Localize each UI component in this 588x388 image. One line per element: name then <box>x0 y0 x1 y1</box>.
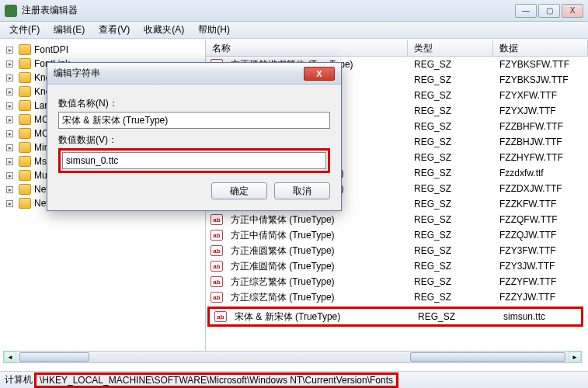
app-icon <box>5 5 17 17</box>
cell-type: REG_SZ <box>408 90 493 101</box>
cell-data: FZZYJW.TTF <box>493 292 588 303</box>
list-header: 名称 类型 数据 <box>206 40 588 57</box>
cell-type: REG_SZ <box>408 261 493 272</box>
folder-icon <box>19 156 31 167</box>
cell-name: 方正准圆繁体 (TrueType) <box>224 244 408 258</box>
status-path: \HKEY_LOCAL_MACHINE\SOFTWARE\Microsoft\W… <box>34 372 398 388</box>
table-row[interactable]: ab方正准圆繁体 (TrueType)REG_SZFZY3FW.TTF <box>206 243 588 258</box>
header-name[interactable]: 名称 <box>206 40 408 56</box>
menu-file[interactable]: 文件(F) <box>3 22 46 38</box>
table-row[interactable]: ab方正准圆简体 (TrueType)REG_SZFZY3JW.TTF <box>206 258 588 274</box>
folder-icon <box>19 114 31 125</box>
menu-favorites[interactable]: 收藏夹(A) <box>137 22 190 38</box>
cell-type: REG_SZ <box>408 245 493 256</box>
value-name-input[interactable] <box>58 112 330 129</box>
cell-name: 方正中倩简体 (TrueType) <box>224 229 408 242</box>
cell-type: REG_SZ <box>408 121 493 132</box>
string-value-icon: ab <box>210 276 223 287</box>
cell-data: FZZBHFW.TTF <box>493 121 588 132</box>
cell-data: Fzzdxfw.ttf <box>493 168 588 178</box>
close-button[interactable]: X <box>562 4 583 18</box>
value-data-highlight <box>58 148 330 173</box>
tree-item[interactable]: FontDPI <box>0 43 205 57</box>
cell-type: REG_SZ <box>408 137 493 147</box>
table-row[interactable]: ab方正中倩繁体 (TrueType)REG_SZFZZQFW.TTF <box>206 212 588 227</box>
cell-data: FZZQJW.TTF <box>493 230 588 241</box>
expand-icon[interactable] <box>6 88 13 95</box>
cell-data: FZZBHJW.TTF <box>493 137 588 147</box>
expand-icon[interactable] <box>6 200 13 207</box>
string-value-icon: ab <box>210 230 223 241</box>
expand-icon[interactable] <box>6 130 13 137</box>
maximize-button[interactable]: ▢ <box>538 4 560 18</box>
expand-icon[interactable] <box>6 172 13 179</box>
string-value-icon: ab <box>210 245 223 256</box>
table-row[interactable]: ab方正综艺简体 (TrueType)REG_SZFZZYJW.TTF <box>206 289 588 305</box>
expand-icon[interactable] <box>6 158 13 165</box>
dialog-titlebar[interactable]: 编辑字符串 X <box>47 63 341 85</box>
cell-type: REG_SZ <box>408 74 493 85</box>
cell-data: FZYBKSFW.TTF <box>493 59 588 70</box>
cell-type: REG_SZ <box>412 311 497 322</box>
cell-type: REG_SZ <box>408 168 493 178</box>
minimize-button[interactable]: — <box>515 4 537 18</box>
cell-type: REG_SZ <box>408 292 493 303</box>
expand-icon[interactable] <box>6 186 13 193</box>
cancel-button[interactable]: 取消 <box>274 182 330 199</box>
cell-type: REG_SZ <box>408 106 493 116</box>
folder-icon <box>19 142 31 153</box>
table-row[interactable]: ab方正中倩简体 (TrueType)REG_SZFZZQJW.TTF <box>206 227 588 243</box>
cell-name: 方正准圆简体 (TrueType) <box>224 260 408 273</box>
value-data-label: 数值数据(V)： <box>58 133 330 147</box>
cell-name: 方正综艺繁体 (TrueType) <box>224 275 408 289</box>
menu-edit[interactable]: 编辑(E) <box>47 22 91 38</box>
window-titlebar: 注册表编辑器 — ▢ X <box>0 0 588 22</box>
dialog-close-button[interactable]: X <box>304 67 335 81</box>
status-prefix: 计算机 <box>5 373 33 386</box>
highlighted-row: ab宋体 & 新宋体 (TrueType)REG_SZsimsun.ttc <box>207 307 583 327</box>
folder-icon <box>19 44 31 55</box>
cell-data: FZY3FW.TTF <box>493 245 588 256</box>
scroll-left-icon[interactable]: ◄ <box>4 352 16 362</box>
horizontal-scrollbar[interactable]: ◄ ► <box>3 351 582 363</box>
cell-data: FZY3JW.TTF <box>493 261 588 272</box>
folder-icon <box>19 170 31 181</box>
expand-icon[interactable] <box>6 102 13 109</box>
folder-icon <box>19 198 31 209</box>
expand-icon[interactable] <box>6 47 13 54</box>
cell-data: FZZQFW.TTF <box>493 214 588 225</box>
window-title: 注册表编辑器 <box>22 4 515 17</box>
cell-type: REG_SZ <box>408 183 493 194</box>
cell-name: 方正中倩繁体 (TrueType) <box>224 213 408 227</box>
cell-type: REG_SZ <box>408 199 493 210</box>
cell-type: REG_SZ <box>408 59 493 70</box>
expand-icon[interactable] <box>6 74 13 81</box>
menu-help[interactable]: 帮助(H) <box>192 22 236 38</box>
cell-type: REG_SZ <box>408 276 493 287</box>
table-row[interactable]: ab方正综艺繁体 (TrueType)REG_SZFZZYFW.TTF <box>206 274 588 289</box>
header-type[interactable]: 类型 <box>408 40 493 56</box>
value-name-label: 数值名称(N)： <box>58 97 330 110</box>
string-value-icon: ab <box>210 292 223 303</box>
scroll-thumb-left[interactable] <box>19 352 89 362</box>
string-value-icon: ab <box>214 311 227 322</box>
folder-icon <box>19 100 31 111</box>
folder-icon <box>19 58 31 69</box>
scroll-right-icon[interactable]: ► <box>569 352 581 362</box>
scroll-thumb-right[interactable] <box>410 352 565 362</box>
expand-icon[interactable] <box>6 116 13 123</box>
table-row[interactable]: ab宋体 & 新宋体 (TrueType)REG_SZsimsun.ttc <box>210 309 581 324</box>
menu-view[interactable]: 查看(V) <box>92 22 136 38</box>
cell-data: simsun.ttc <box>497 311 581 322</box>
cell-data: FZZDXJW.TTF <box>493 183 588 194</box>
edit-string-dialog: 编辑字符串 X 数值名称(N)： 数值数据(V)： 确定 取消 <box>47 62 342 211</box>
value-data-input[interactable] <box>62 152 326 169</box>
folder-icon <box>19 86 31 97</box>
header-data[interactable]: 数据 <box>493 40 588 56</box>
ok-button[interactable]: 确定 <box>211 182 267 199</box>
expand-icon[interactable] <box>6 144 13 151</box>
expand-icon[interactable] <box>6 61 13 68</box>
cell-data: FZZKFW.TTF <box>493 199 588 210</box>
cell-name: 方正综艺简体 (TrueType) <box>224 291 408 304</box>
tree-item-label: FontDPI <box>34 44 68 55</box>
